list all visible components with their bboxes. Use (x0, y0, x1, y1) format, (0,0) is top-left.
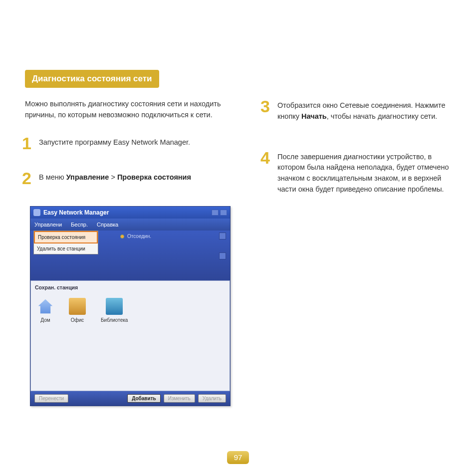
edit-button[interactable]: Изменить (164, 394, 195, 403)
step-body: Отобразится окно Сетевые соединения. Наж… (277, 99, 454, 122)
intro-text: Можно выполнять диагностику состояния се… (25, 99, 231, 121)
bold: Проверка состояния (117, 173, 191, 181)
step-number: 3 (260, 99, 272, 122)
menu-wireless[interactable]: Беспр. (71, 221, 88, 229)
right-column: 3 Отобразится окно Сетевые соединения. Н… (260, 99, 454, 406)
station-label: Библиотека (101, 317, 128, 323)
step-number: 4 (260, 150, 272, 195)
delete-button[interactable]: Удалить (198, 394, 226, 403)
status-text: Отсоедин. (127, 233, 151, 240)
bold: Начать (301, 112, 327, 120)
page-number: 97 (227, 451, 249, 464)
dropdown-item-delete-all[interactable]: Удалить все станции (34, 243, 98, 254)
step-number: 1 (22, 136, 34, 151)
connection-status: Отсоедин. (120, 233, 151, 240)
station-home[interactable]: Дом (37, 298, 54, 324)
saved-stations-title: Сохран. станция (35, 284, 226, 292)
text: > (109, 173, 117, 181)
home-icon (37, 298, 54, 315)
add-button[interactable]: Добавить (127, 394, 160, 403)
text: , чтобы начать диагностику сети. (327, 112, 438, 120)
panel-button-icon[interactable] (219, 252, 226, 259)
step-body: После завершения диагностики устройство,… (277, 150, 454, 195)
menu-manage[interactable]: Управлени (34, 221, 62, 229)
close-icon[interactable] (220, 210, 227, 216)
minimize-icon[interactable] (212, 210, 219, 216)
station-label: Дом (40, 317, 50, 323)
app-window: Easy Network Manager Управлени Беспр. Сп… (30, 206, 231, 406)
office-icon (69, 298, 86, 315)
button-bar: Перенести Добавить Изменить Удалить (30, 391, 230, 406)
menubar: Управлени Беспр. Справка (30, 219, 230, 231)
text: В меню (39, 173, 66, 181)
step-body: Запустите программу Easy Network Manager… (39, 136, 190, 151)
library-icon (106, 298, 123, 315)
bold: Управление (66, 173, 109, 181)
step-number: 2 (22, 171, 34, 186)
step-3: 3 Отобразится окно Сетевые соединения. Н… (260, 99, 454, 122)
panel-button-icon[interactable] (219, 233, 226, 239)
dropdown-item-check-status[interactable]: Проверка состояния (34, 231, 98, 243)
step-4: 4 После завершения диагностики устройств… (260, 150, 454, 195)
status-dot-icon (120, 235, 124, 238)
left-column: Можно выполнять диагностику состояния се… (22, 99, 231, 406)
app-logo-icon (33, 209, 40, 216)
step-1: 1 Запустите программу Easy Network Manag… (22, 136, 231, 151)
station-label: Офис (71, 317, 84, 323)
move-button[interactable]: Перенести (34, 394, 68, 403)
step-2: 2 В меню Управление > Проверка состояния (22, 171, 231, 186)
section-heading: Диагностика состояния сети (25, 70, 159, 88)
station-office[interactable]: Офис (69, 298, 86, 324)
app-upper-panel: Проверка состояния Удалить все станции О… (30, 231, 230, 280)
window-title: Easy Network Manager (43, 208, 210, 217)
manage-dropdown: Проверка состояния Удалить все станции (33, 231, 98, 254)
titlebar: Easy Network Manager (30, 207, 230, 219)
station-library[interactable]: Библиотека (101, 298, 128, 324)
saved-stations-panel: Сохран. станция Дом Офис Библиотека (30, 280, 230, 391)
menu-help[interactable]: Справка (97, 221, 118, 229)
step-body: В меню Управление > Проверка состояния (39, 171, 191, 186)
